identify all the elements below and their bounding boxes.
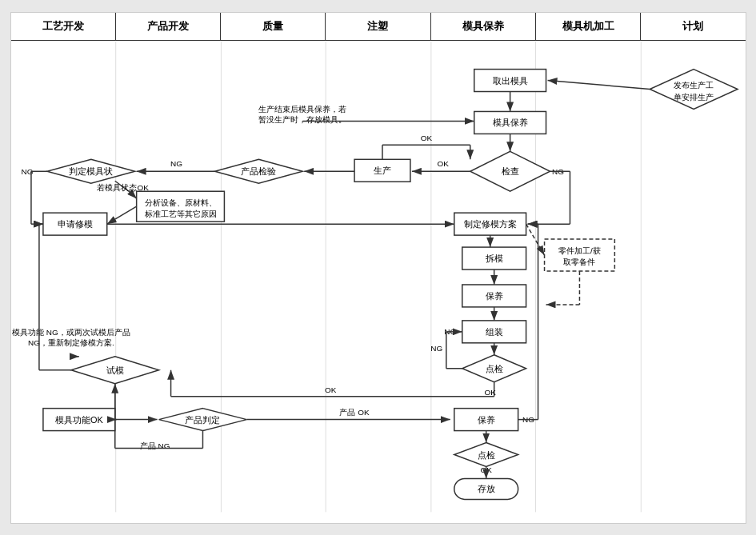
lingjian-node — [544, 239, 614, 271]
baoyangBot-label: 保养 — [477, 414, 494, 424]
chanpinpanding-label: 产品判定 — [185, 414, 220, 424]
header-row: 工艺开发 产品开发 质量 注塑 模具保养 模具机加工 计划 — [11, 13, 746, 41]
chanpinOK-label: 产品 OK — [339, 407, 370, 416]
shenqingxiu-label: 申请修模 — [57, 219, 92, 229]
shengchan-label: 生产 — [373, 166, 390, 175]
chanpinjianyan-label: 产品检验 — [241, 166, 276, 176]
main-container: 工艺开发 产品开发 质量 注塑 模具保养 模具机加工 计划 — [10, 12, 746, 524]
fabushengchan-label: 发布生产工 — [674, 81, 714, 90]
mujugongnengOK-label: 模具功能OK — [54, 414, 103, 424]
fenxi-label1: 分析设备、原材料、 — [144, 198, 216, 206]
shimo-label: 试模 — [106, 365, 123, 374]
dianjianBot-label: 点检 — [477, 449, 494, 459]
header-col-7: 计划 — [641, 13, 745, 40]
quchumu-label: 取出模具 — [492, 75, 527, 85]
svg-line-8 — [547, 80, 650, 89]
cunchu-label: 存放 — [477, 484, 494, 493]
header-col-1: 工艺开发 — [11, 13, 116, 40]
header-col-4: 注塑 — [326, 13, 430, 40]
ng-pandingmoju2: 若模具状态OK — [97, 183, 149, 192]
annotation1-line2: 暂没生产时，存放模具。 — [258, 114, 346, 123]
annotation1-line1: 生产结束后模具保养，若 — [258, 104, 346, 113]
lingjian-label2: 取零备件 — [563, 257, 595, 266]
jiancha-label: 检查 — [501, 166, 518, 176]
ok-dianjian-shimo: OK — [484, 388, 496, 397]
fenxi-label2: 标准工艺等其它原因 — [143, 209, 216, 218]
diagram-area: 发布生产工 单安排生产 取出模具 模具保养 生产结束后模具保养，若 暂没生产时，… — [11, 41, 746, 513]
ng-dianjianMid: NG — [430, 343, 442, 352]
zuzhuang-label: 组装 — [485, 326, 502, 336]
lingjian-label1: 零件加工/获 — [558, 246, 601, 254]
baoyangMid-label: 保养 — [485, 290, 502, 300]
header-col-3: 质量 — [221, 13, 326, 40]
dianjianMid-label: 点检 — [485, 363, 502, 373]
mujubaoyangTop-label: 模具保养 — [492, 118, 527, 127]
chaimo-label: 拆模 — [484, 254, 502, 263]
fabushengchan-label2: 单安排生产 — [674, 92, 714, 101]
ok-shengchan: OK — [420, 134, 432, 142]
svg-line-15 — [130, 193, 136, 198]
zhiding-label: 制定修模方案 — [463, 219, 516, 229]
ok-jiancha-shengchan: OK — [437, 159, 449, 168]
header-col-2: 产品开发 — [116, 13, 221, 40]
pandingmoju-label: 判定模具状 — [69, 166, 113, 176]
svg-line-53 — [106, 206, 136, 224]
header-col-5: 模具保养 — [431, 13, 536, 40]
mujuNG-line2: NG，重新制定修模方案. — [27, 338, 114, 347]
header-col-6: 模具机加工 — [536, 13, 641, 40]
ng-chanpinjianyan: NG — [170, 159, 182, 168]
svg-line-20 — [526, 224, 544, 255]
mujuNG-line1: 模具功能 NG，或两次试模后产品 — [11, 328, 130, 337]
ok-dianjianMid: OK — [324, 385, 336, 393]
